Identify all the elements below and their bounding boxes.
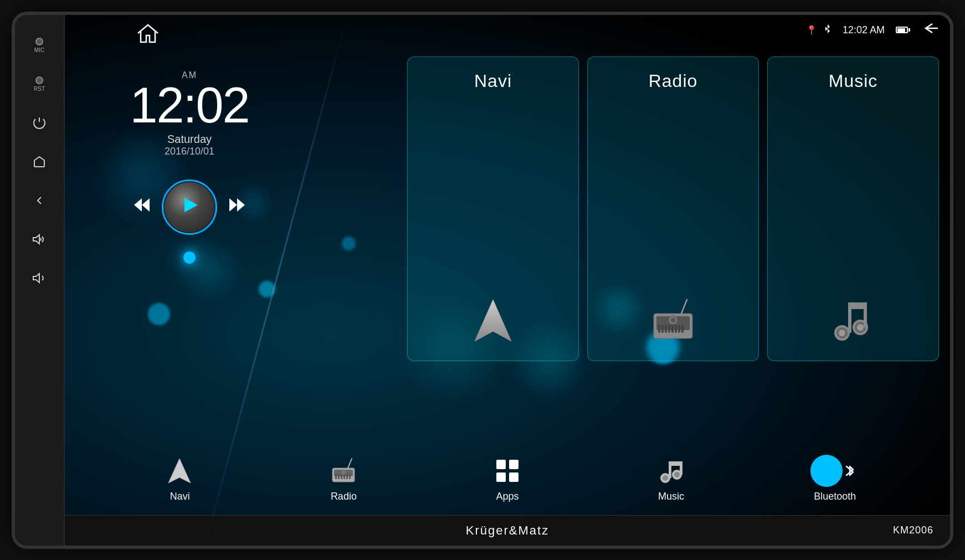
mic-control: MIC: [14, 26, 64, 65]
svg-marker-8: [237, 198, 245, 212]
clock-section: AM 12:02 Saturday 2016/10/01: [130, 70, 249, 157]
svg-rect-54: [680, 461, 682, 475]
player-disc-inner: [165, 182, 214, 232]
navi-card[interactable]: Navi: [407, 56, 579, 361]
battery-icon: [896, 27, 910, 33]
svg-marker-5: [142, 198, 150, 212]
svg-point-49: [663, 475, 668, 481]
volume-up-button[interactable]: [14, 220, 64, 259]
svg-rect-37: [338, 474, 340, 479]
svg-rect-38: [341, 474, 342, 479]
navi-card-title: Navi: [474, 71, 512, 91]
rst-control: RST: [14, 65, 64, 104]
nav-music-label: Music: [658, 491, 684, 502]
svg-rect-53: [669, 461, 680, 466]
svg-rect-40: [346, 474, 348, 479]
svg-point-42: [341, 470, 346, 475]
svg-rect-32: [864, 302, 867, 327]
svg-rect-47: [509, 472, 519, 482]
svg-rect-44: [496, 460, 506, 469]
rst-label: RST: [34, 86, 45, 92]
svg-line-43: [348, 459, 352, 468]
mic-label: MIC: [34, 47, 44, 53]
player-prev-button[interactable]: [133, 197, 151, 217]
radio-card-title: Radio: [649, 71, 698, 91]
svg-rect-20: [681, 325, 684, 333]
home-top-icon[interactable]: [137, 23, 159, 47]
svg-rect-46: [496, 472, 506, 482]
svg-rect-18: [675, 325, 677, 333]
player-section: [133, 179, 246, 235]
clock-date: 2016/10/01: [130, 146, 249, 157]
svg-rect-16: [668, 325, 670, 333]
nav-apps-label: Apps: [496, 491, 519, 502]
navi-card-icon: [473, 297, 514, 344]
rst-dot: [35, 76, 43, 84]
back-button[interactable]: [14, 181, 64, 220]
volume-up-icon: [32, 232, 47, 247]
svg-marker-0: [33, 235, 39, 244]
svg-rect-13: [658, 325, 660, 333]
svg-marker-6: [184, 198, 198, 212]
radio-card[interactable]: Radio: [587, 56, 759, 361]
svg-marker-33: [168, 459, 191, 483]
location-icon: 📍: [806, 25, 817, 35]
svg-marker-4: [134, 198, 142, 212]
svg-rect-15: [665, 325, 667, 333]
svg-point-51: [674, 472, 680, 477]
svg-point-22: [671, 318, 675, 322]
nav-item-radio[interactable]: Radio: [310, 456, 377, 502]
nav-radio-label: Radio: [331, 491, 357, 502]
side-controls: MIC RST: [15, 15, 65, 546]
bluetooth-circle: [810, 455, 843, 487]
svg-point-26: [839, 330, 845, 336]
brand-name: Krüger&Matz: [466, 523, 549, 538]
nav-navi-icon: [165, 456, 195, 486]
svg-marker-2: [33, 274, 39, 282]
volume-down-button[interactable]: [14, 259, 64, 297]
svg-rect-19: [678, 325, 680, 333]
nav-bluetooth-label: Bluetooth: [814, 491, 856, 502]
player-next-button[interactable]: [228, 197, 246, 217]
radio-card-icon: [648, 297, 698, 344]
music-card[interactable]: Music: [767, 56, 939, 361]
nav-item-apps[interactable]: Apps: [474, 456, 541, 502]
player-disc[interactable]: [162, 179, 217, 235]
status-bar: 📍 12:02 AM: [474, 15, 950, 45]
brand-model: KM2006: [893, 525, 933, 536]
svg-rect-31: [848, 302, 864, 309]
screen-area: 📍 12:02 AM: [65, 15, 950, 546]
svg-rect-14: [661, 325, 664, 333]
home-icon: [32, 154, 47, 169]
svg-line-23: [681, 300, 687, 314]
status-time: 12:02 AM: [843, 24, 885, 36]
svg-rect-17: [671, 325, 674, 333]
power-icon: [32, 115, 47, 131]
svg-rect-45: [509, 460, 519, 469]
volume-down-icon: [32, 270, 47, 286]
back-status-icon[interactable]: [921, 22, 939, 38]
main-grid: Navi Radio: [396, 45, 950, 372]
nav-item-bluetooth[interactable]: Bluetooth: [802, 456, 868, 502]
device-frame: MIC RST: [12, 12, 953, 549]
bottom-nav: Navi: [65, 443, 950, 515]
svg-rect-41: [349, 474, 351, 479]
music-card-icon: [830, 297, 877, 344]
music-card-title: Music: [829, 71, 878, 91]
svg-marker-10: [475, 300, 511, 341]
clock-time: 12:02: [130, 80, 249, 130]
svg-point-29: [857, 324, 864, 331]
nav-item-navi[interactable]: Navi: [147, 456, 213, 502]
back-icon: [32, 193, 47, 208]
bluetooth-status-icon: [824, 24, 831, 36]
blue-glow-decoration: [183, 251, 196, 264]
home-button[interactable]: [14, 142, 64, 181]
nav-navi-label: Navi: [170, 491, 190, 502]
svg-rect-36: [335, 474, 337, 479]
mic-dot: [35, 38, 43, 45]
power-button[interactable]: [14, 104, 64, 142]
clock-day: Saturday: [130, 133, 249, 146]
play-icon: [183, 197, 199, 217]
nav-music-icon: [656, 456, 686, 486]
nav-item-music[interactable]: Music: [638, 456, 705, 502]
